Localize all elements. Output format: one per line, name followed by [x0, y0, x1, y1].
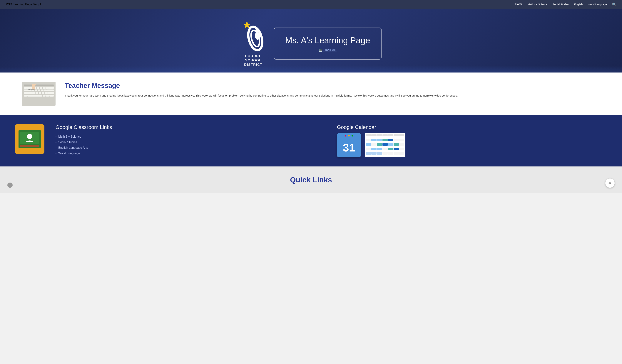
- calendar-day: 31: [343, 142, 355, 153]
- svg-rect-5: [24, 85, 54, 86]
- cal-cell: [366, 147, 371, 150]
- cal-cell: [366, 139, 371, 141]
- list-item-social-studies[interactable]: Social Studies: [56, 140, 326, 145]
- cal-cell: [399, 143, 404, 146]
- svg-rect-6: [24, 87, 27, 89]
- cal-cell: [366, 152, 371, 155]
- cal-cell: [371, 152, 377, 155]
- edit-icon: ✏: [608, 181, 612, 185]
- quick-links-section: Quick Links ℹ ✏: [0, 166, 622, 193]
- svg-rect-33: [43, 95, 45, 97]
- calendar-heading: Google Calendar: [337, 124, 607, 130]
- cal-cell: [393, 152, 399, 155]
- cal-cell: [393, 134, 399, 136]
- classroom-section: Google Classroom Links Math 8 + Science …: [0, 115, 622, 166]
- cal-cell: [388, 134, 393, 136]
- svg-rect-34: [46, 95, 49, 97]
- svg-rect-14: [49, 87, 54, 89]
- svg-rect-15: [24, 90, 28, 91]
- list-item-math[interactable]: Math 8 + Science: [56, 134, 326, 140]
- info-icon[interactable]: ℹ: [7, 182, 13, 188]
- svg-rect-19: [38, 90, 40, 91]
- logo-text: POUDRE SCHOOL DISTRICT: [244, 54, 263, 67]
- list-item-english-language-arts[interactable]: English Language Arts: [56, 145, 326, 150]
- calendar-section: Google Calendar 31: [337, 124, 607, 157]
- link-math[interactable]: Math 8 + Science: [58, 135, 81, 138]
- svg-rect-21: [44, 90, 47, 91]
- cal-cell: [377, 143, 382, 146]
- svg-rect-13: [46, 87, 49, 89]
- cal-cell: [399, 147, 404, 150]
- cal-cell: [377, 134, 382, 136]
- navigation: PSD Learning Page Templ... Home Math * +…: [0, 0, 622, 9]
- nav-link-home[interactable]: Home: [515, 2, 523, 6]
- email-link[interactable]: 💻 Email Me!: [285, 48, 370, 52]
- svg-rect-25: [32, 92, 35, 94]
- hero-section: POUDRE SCHOOL DISTRICT Ms. A's Learning …: [0, 9, 622, 73]
- search-icon[interactable]: 🔍: [612, 2, 616, 6]
- teacher-message-section: What's new? Teacher Message Thank you fo…: [0, 73, 622, 115]
- svg-rect-28: [42, 92, 44, 94]
- cal-dot-yellow: [348, 135, 350, 137]
- calendar-preview: [365, 133, 405, 157]
- link-world-language[interactable]: World Language: [58, 152, 80, 155]
- svg-text:What's new?: What's new?: [28, 89, 35, 90]
- teacher-message-body: Thank you for your hard work and sharing…: [65, 93, 458, 98]
- svg-rect-37: [32, 84, 36, 86]
- cal-cell: [399, 152, 404, 155]
- cal-cell: [377, 147, 382, 150]
- nav-link-world-language[interactable]: World Language: [588, 3, 607, 6]
- cal-cell: [393, 147, 399, 150]
- svg-rect-24: [29, 92, 32, 94]
- cal-cell: [366, 143, 371, 146]
- hero-title-box: Ms. A's Learning Page 💻 Email Me!: [274, 28, 382, 60]
- edit-button[interactable]: ✏: [605, 179, 615, 188]
- cal-cell: [366, 134, 371, 136]
- cal-cell: [371, 134, 377, 136]
- cal-cell: [377, 139, 382, 141]
- cal-cell: [371, 147, 377, 150]
- teacher-message-content: Teacher Message Thank you for your hard …: [65, 82, 458, 98]
- svg-rect-7: [27, 87, 30, 89]
- cal-cell: [371, 143, 377, 146]
- cal-cell: [388, 139, 393, 141]
- hero-logo: POUDRE SCHOOL DISTRICT: [240, 20, 266, 67]
- cal-cell: [383, 134, 388, 136]
- nav-link-math[interactable]: Math * + Science: [528, 3, 547, 6]
- svg-rect-30: [48, 92, 54, 94]
- link-english-language-arts[interactable]: English Language Arts: [58, 146, 88, 149]
- nav-link-social-studies[interactable]: Social Studies: [553, 3, 569, 6]
- quick-links-heading: Quick Links: [15, 176, 607, 184]
- classroom-links-heading: Google Classroom Links: [56, 124, 326, 130]
- svg-rect-29: [45, 92, 48, 94]
- cal-cell: [371, 139, 377, 141]
- cal-cell: [383, 139, 388, 141]
- list-item-world-language[interactable]: World Language: [56, 150, 326, 156]
- teacher-message-heading: Teacher Message: [65, 82, 458, 90]
- email-link-text[interactable]: Email Me!: [323, 48, 337, 52]
- cal-cell: [388, 152, 393, 155]
- svg-rect-32: [27, 95, 42, 97]
- cal-cell: [388, 147, 393, 150]
- calendar-wrapper: 31: [337, 133, 607, 157]
- svg-rect-27: [39, 92, 41, 94]
- nav-links: Home Math * + Science Social Studies Eng…: [515, 2, 616, 6]
- svg-rect-12: [43, 87, 45, 89]
- cal-cell: [393, 139, 399, 141]
- cal-cell: [377, 152, 382, 155]
- cal-cell: [399, 139, 404, 141]
- keyboard-image: What's new?: [22, 82, 56, 106]
- svg-rect-26: [36, 92, 38, 94]
- svg-point-41: [27, 134, 32, 139]
- svg-point-1: [246, 25, 265, 52]
- svg-rect-20: [41, 90, 43, 91]
- page-title: Ms. A's Learning Page: [285, 35, 370, 45]
- nav-link-english[interactable]: English: [574, 3, 583, 6]
- svg-rect-11: [40, 87, 42, 89]
- cal-dot-red: [345, 135, 346, 137]
- google-classroom-icon: [15, 124, 44, 154]
- cal-cell: [383, 152, 388, 155]
- svg-rect-42: [20, 145, 39, 147]
- svg-rect-35: [49, 95, 54, 97]
- link-social-studies[interactable]: Social Studies: [58, 141, 77, 144]
